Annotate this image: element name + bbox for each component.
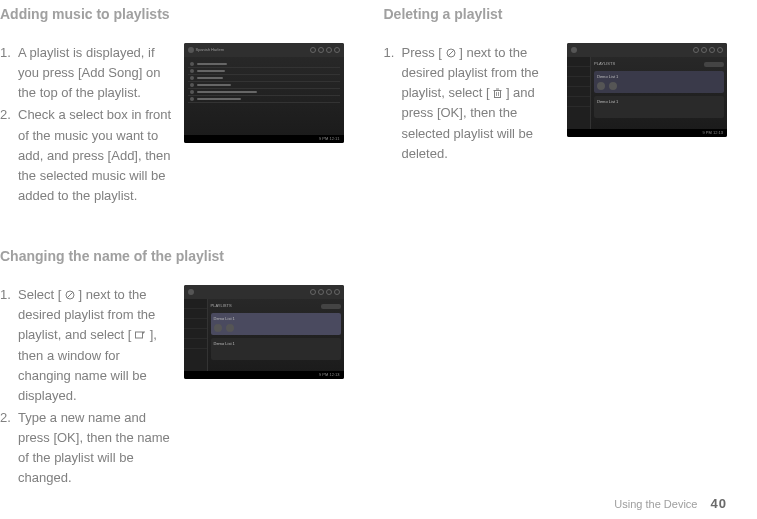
heading-changing: Changing the name of the playlist bbox=[0, 246, 344, 267]
shot-header: PLAYLISTS bbox=[211, 303, 232, 309]
page-footer: Using the Device 40 bbox=[614, 494, 727, 514]
screenshot-changing: PLAYLISTS Demo List 1 Demo List 1 9 PM 1… bbox=[184, 285, 344, 379]
shot-card-title: Demo List 1 bbox=[214, 316, 235, 321]
screenshot-adding: Spanish Harlem 9 PM 12:11 bbox=[184, 43, 344, 143]
shot-card-title: Demo List 1 bbox=[597, 74, 618, 79]
heading-deleting: Deleting a playlist bbox=[384, 4, 728, 25]
shot-header: PLAYLISTS bbox=[594, 61, 615, 67]
circle-slash-icon bbox=[65, 290, 75, 300]
svg-rect-5 bbox=[495, 90, 501, 97]
step-text: Select [ ] next to the desired playlist … bbox=[18, 287, 157, 403]
svg-line-4 bbox=[448, 50, 453, 55]
steps-deleting: 1. Press [ ] next to the desired playlis… bbox=[384, 43, 556, 164]
shot-title: Spanish Harlem bbox=[196, 47, 224, 53]
section-changing-name: Changing the name of the playlist 1. Sel… bbox=[0, 246, 344, 490]
circle-slash-icon bbox=[446, 48, 456, 58]
footer-label: Using the Device bbox=[614, 498, 697, 510]
trash-icon bbox=[493, 88, 502, 98]
step-text: Press [ ] next to the desired playlist f… bbox=[402, 45, 539, 161]
step-text: A playlist is displayed, if you press [A… bbox=[18, 45, 160, 100]
step-item: 1. Press [ ] next to the desired playlis… bbox=[384, 43, 556, 164]
rename-icon bbox=[135, 330, 146, 340]
steps-changing: 1. Select [ ] next to the desired playli… bbox=[0, 285, 172, 488]
step-item: 2.Check a select box in front of the mus… bbox=[0, 105, 172, 206]
step-item: 1. Select [ ] next to the desired playli… bbox=[0, 285, 172, 406]
svg-rect-2 bbox=[136, 332, 143, 338]
step-text: Type a new name and press [OK], then the… bbox=[18, 410, 170, 485]
step-item: 2.Type a new name and press [OK], then t… bbox=[0, 408, 172, 489]
shot-clock: 9 PM 12:11 bbox=[319, 136, 339, 142]
heading-adding: Adding music to playlists bbox=[0, 4, 344, 25]
shot-clock: 9 PM 12:13 bbox=[319, 372, 339, 378]
step-item: 1.A playlist is displayed, if you press … bbox=[0, 43, 172, 103]
step-text: Check a select box in front of the music… bbox=[18, 107, 171, 203]
svg-line-1 bbox=[67, 292, 72, 297]
page-number: 40 bbox=[711, 496, 727, 511]
section-deleting-playlist: Deleting a playlist 1. Press [ ] next to… bbox=[384, 4, 728, 166]
screenshot-deleting: PLAYLISTS Demo List 1 Demo List 1 9 PM 1… bbox=[567, 43, 727, 137]
shot-card-title: Demo List 1 bbox=[214, 341, 235, 346]
section-adding-music: Adding music to playlists 1.A playlist i… bbox=[0, 4, 344, 208]
steps-adding: 1.A playlist is displayed, if you press … bbox=[0, 43, 172, 206]
shot-clock: 9 PM 12:13 bbox=[703, 130, 723, 136]
shot-card-title: Demo List 1 bbox=[597, 99, 618, 104]
